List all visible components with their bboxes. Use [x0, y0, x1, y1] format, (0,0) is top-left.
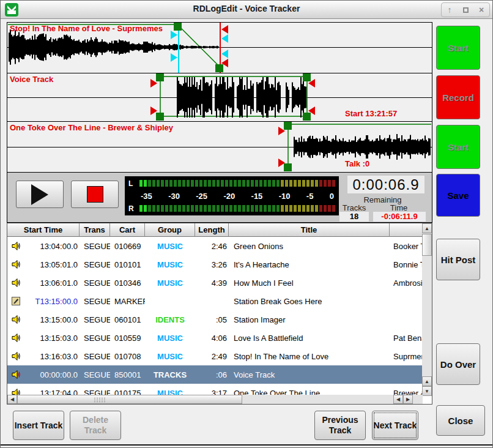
- audio-level-meter: L -35-30-25-20-15-10-50 R: [125, 176, 339, 215]
- cell-title: Voice Track: [229, 370, 390, 379]
- log-row[interactable]: 13:04:00.0SEGUE010669MUSIC2:46Green Onio…: [7, 237, 423, 255]
- end-marker-arrow[interactable]: [308, 79, 315, 88]
- cell-cart: 010708: [110, 352, 145, 361]
- speaker-icon: [11, 351, 21, 361]
- start-marker-arrow[interactable]: [150, 106, 157, 115]
- vertical-scroll-thumb[interactable]: [422, 234, 432, 256]
- stop-button[interactable]: [71, 181, 119, 208]
- cell-cart: 010559: [110, 334, 145, 343]
- cell-length: 2:49: [195, 352, 229, 361]
- cell-length: 4:06: [195, 334, 229, 343]
- start-marker-arrow[interactable]: [278, 159, 285, 167]
- start-marker-arrow[interactable]: [150, 79, 157, 88]
- column-header-length[interactable]: Length: [195, 223, 229, 237]
- log-header-row: Start TimeTransCartGroupLengthTitle: [7, 223, 423, 237]
- cell-cart: 010101: [110, 260, 145, 269]
- speaker-icon-cell: [7, 370, 24, 379]
- maximize-icon: [463, 7, 469, 13]
- waveform-track-next-cart[interactable]: One Toke Over The Line - Brewer & Shiple…: [7, 121, 432, 173]
- log-row[interactable]: 13:15:03.0SEGUE010559MUSIC4:06Love Is A …: [7, 329, 423, 347]
- cell-start-time: 00:00:00.0: [24, 370, 80, 379]
- cell-title: It's A Heartache: [229, 260, 390, 269]
- log-row[interactable]: 13:05:01.0SEGUE010101MUSIC3:26It's A Hea…: [7, 255, 423, 274]
- column-header-title[interactable]: Title: [229, 223, 390, 237]
- cell-artist: Booker T &: [390, 242, 423, 251]
- delete-track-button[interactable]: Delete Track: [70, 411, 121, 440]
- track3-title: One Toke Over The Line - Brewer & Shiple…: [10, 123, 173, 132]
- log-row[interactable]: T13:15:00.0SEGUEMARKERStation Break Goes…: [7, 292, 423, 310]
- next-track-button[interactable]: Next Track: [372, 411, 418, 440]
- log-row[interactable]: 13:15:00.0SEGUE060101IDENTS:05Station Im…: [7, 310, 423, 329]
- scroll-right-button[interactable]: ▶: [403, 395, 413, 404]
- column-header-start-time[interactable]: Start Time: [7, 223, 80, 237]
- cell-length: 3:26: [195, 260, 229, 269]
- scroll-up-button[interactable]: ▲: [422, 223, 432, 233]
- column-header-cart[interactable]: Cart: [110, 223, 145, 237]
- column-header-group[interactable]: Group: [145, 223, 195, 237]
- meter-scale-tick: -35: [141, 192, 152, 201]
- vertical-scrollbar[interactable]: ▲ ▲ ▼: [422, 223, 432, 396]
- log-event-list: Start TimeTransCartGroupLengthTitle 13:0…: [7, 223, 432, 405]
- cell-title: Love Is A Battlefield: [229, 334, 390, 343]
- meter-right-bar: [139, 205, 335, 212]
- segue-marker-arrow[interactable]: [171, 53, 177, 62]
- note-icon-cell: [7, 296, 24, 306]
- fade-handle[interactable]: [174, 23, 182, 31]
- cell-group: MUSIC: [145, 334, 195, 343]
- meter-scale-tick: -25: [196, 192, 207, 201]
- scroll-up-button[interactable]: ▲: [422, 376, 432, 386]
- save-button[interactable]: Save: [436, 174, 480, 217]
- log-rows: 13:04:00.0SEGUE010669MUSIC2:46Green Onio…: [7, 237, 423, 396]
- meter-scale-tick: -30: [168, 192, 180, 201]
- end-marker-arrow[interactable]: [221, 59, 228, 67]
- column-header-trans[interactable]: Trans: [80, 223, 110, 237]
- start-button-mid[interactable]: Start: [436, 125, 480, 169]
- meter-scale-tick: 0: [330, 192, 334, 201]
- speaker-icon: [11, 370, 21, 379]
- segue-marker-arrow[interactable]: [171, 31, 177, 39]
- segue-end-arrow[interactable]: [221, 34, 228, 43]
- insert-track-button[interactable]: Insert Track: [13, 411, 64, 440]
- scroll-left-button[interactable]: ◀: [393, 395, 403, 404]
- shade-window-button[interactable]: ↑: [442, 4, 457, 16]
- cell-start-time: 13:04:00.0: [24, 242, 80, 251]
- cell-artist: Suprmemes: [390, 352, 423, 361]
- horizontal-scroll-thumb[interactable]: [17, 395, 242, 404]
- track2-start-time-note: Start 13:21:57: [345, 109, 397, 118]
- start-marker-arrow[interactable]: [278, 127, 285, 135]
- speaker-icon-cell: [7, 315, 24, 324]
- log-row[interactable]: 13:06:01.0SEGUE010346MUSIC4:39How Much I…: [7, 274, 423, 292]
- cell-title: Stop! In The Name of Love: [229, 352, 390, 361]
- close-button[interactable]: Close: [436, 405, 485, 436]
- cell-trans: SEGUE: [80, 297, 110, 306]
- start-button-top[interactable]: Start: [436, 26, 480, 70]
- scroll-down-button[interactable]: ▼: [422, 386, 432, 396]
- log-row[interactable]: 13:17:04.0SEGUE010175MUSIC3:17One Toke O…: [7, 384, 423, 396]
- titlebar[interactable]: RDLogEdit - Voice Tracker ↑ ×: [1, 1, 492, 19]
- cell-title: Green Onions: [229, 242, 390, 251]
- end-marker-arrow[interactable]: [221, 25, 228, 34]
- cell-start-time: 13:15:03.0: [24, 334, 80, 343]
- column-header-extra[interactable]: [390, 223, 423, 237]
- do-over-button[interactable]: Do Over: [436, 343, 480, 385]
- waveform-track-voice[interactable]: Voice Track Start 13:21:57: [7, 73, 432, 122]
- close-window-button[interactable]: ×: [474, 4, 489, 16]
- play-button[interactable]: [16, 181, 64, 208]
- cell-start-time: T13:15:00.0: [24, 297, 80, 306]
- previous-track-button[interactable]: Previous Track: [314, 411, 366, 440]
- log-row[interactable]: 13:16:03.0SEGUE010708MUSIC2:49Stop! In T…: [7, 347, 423, 365]
- play-icon: [31, 184, 48, 205]
- hit-post-button[interactable]: Hit Post: [436, 239, 480, 280]
- waveform-track-previous-cart[interactable]: Stop! In The Name of Love - Suprmemes: [7, 22, 432, 73]
- meter-right-label: R: [128, 204, 139, 213]
- maximize-window-button[interactable]: [458, 4, 473, 16]
- scroll-left-button[interactable]: ◀: [7, 395, 17, 404]
- log-row[interactable]: 00:00:00.0SEGUE850001TRACKS:06Voice Trac…: [7, 365, 423, 384]
- cell-length: 2:46: [195, 242, 229, 251]
- segue-end-arrow[interactable]: [221, 50, 228, 58]
- record-button[interactable]: Record: [436, 75, 480, 119]
- horizontal-scrollbar[interactable]: ◀ ◀ ▶: [7, 395, 423, 404]
- cell-cart: 010346: [110, 278, 145, 288]
- end-marker-arrow[interactable]: [308, 106, 315, 115]
- speaker-icon-cell: [7, 241, 24, 251]
